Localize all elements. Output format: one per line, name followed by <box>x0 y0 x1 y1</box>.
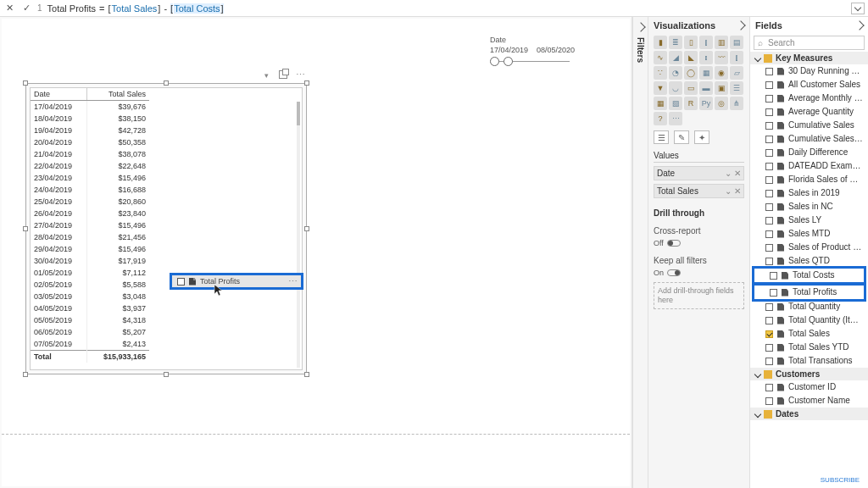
formula-text[interactable]: Total Profits = Total Sales - Total Cost… <box>47 3 224 14</box>
field-item[interactable]: Total Sales YTD <box>750 341 868 354</box>
checkbox-icon[interactable] <box>765 358 773 365</box>
checkbox-icon[interactable] <box>765 330 773 338</box>
viz-map-icon[interactable]: ◉ <box>715 66 728 80</box>
viz-decomp-icon[interactable]: ⋔ <box>730 97 743 110</box>
table-customers[interactable]: Customers <box>750 368 868 380</box>
analytics-tab-icon[interactable]: ✦ <box>694 130 709 144</box>
resize-handle[interactable] <box>164 372 169 377</box>
field-item[interactable]: Total Quantity (Iteration) <box>750 313 868 327</box>
checkbox-icon[interactable] <box>765 230 773 238</box>
viz-donut-icon[interactable]: ◯ <box>684 66 698 80</box>
field-item[interactable]: Florida Sales of Product 2 ... <box>750 173 868 186</box>
slicer-handle-end[interactable] <box>504 57 513 66</box>
field-item[interactable]: 30 Day Running Total <box>750 64 868 78</box>
focus-mode-icon[interactable] <box>277 69 289 80</box>
viz-clustered-col-icon[interactable]: ⫿ <box>699 36 713 49</box>
field-item[interactable]: Cumulative Sales <box>750 119 868 132</box>
chevron-down-icon[interactable]: ⌄ <box>725 169 732 178</box>
field-item[interactable]: Sales in NC <box>750 200 868 214</box>
viz-multicard-icon[interactable]: ▬ <box>699 81 713 95</box>
viz-pie-icon[interactable]: ◔ <box>669 66 682 80</box>
field-item[interactable]: Customer Name <box>750 394 868 408</box>
checkbox-icon[interactable] <box>770 272 777 280</box>
checkbox-icon[interactable] <box>765 136 773 143</box>
checkbox-icon[interactable] <box>765 317 773 324</box>
chevron-right-icon[interactable] <box>854 20 864 30</box>
format-tab-icon[interactable]: ✎ <box>674 130 689 144</box>
field-item[interactable]: Sales of Product 100 <box>750 241 868 254</box>
resize-handle[interactable] <box>23 80 28 86</box>
viz-stacked-area-icon[interactable]: ◣ <box>684 51 698 64</box>
viz-table-icon[interactable]: ▦ <box>654 97 667 110</box>
viz-slicer-icon[interactable]: ☰ <box>730 81 743 95</box>
viz-100-col-icon[interactable]: ▤ <box>730 36 743 49</box>
viz-scatter-icon[interactable]: ∵ <box>654 66 667 80</box>
chevron-right-icon[interactable] <box>736 20 745 30</box>
field-item[interactable]: Total Transations <box>750 354 868 368</box>
more-options-icon[interactable] <box>294 69 306 80</box>
field-item[interactable]: Sales in 2019 <box>750 186 868 200</box>
viz-python-icon[interactable]: Py <box>699 97 713 110</box>
field-item[interactable]: DATEADD Example <box>750 159 868 173</box>
checkbox-icon[interactable] <box>765 81 773 89</box>
checkbox-icon[interactable] <box>770 289 777 297</box>
checkbox-icon[interactable] <box>765 163 773 170</box>
table-dates[interactable]: Dates <box>750 408 868 420</box>
field-item[interactable]: Sales MTD <box>750 227 868 241</box>
checkbox-icon[interactable] <box>765 384 773 391</box>
table-key-measures[interactable]: Key Measures <box>750 52 868 64</box>
viz-keyinf-icon[interactable]: ◎ <box>715 97 728 110</box>
field-item[interactable]: Total Profits <box>752 283 866 302</box>
checkbox-icon[interactable] <box>765 176 773 184</box>
viz-ribbon-icon[interactable]: 〰 <box>715 51 728 64</box>
checkbox-icon[interactable] <box>765 258 773 265</box>
cross-report-toggle[interactable] <box>667 240 681 247</box>
date-slicer[interactable]: Date 17/04/2019 08/05/2020 <box>490 36 575 68</box>
filter-icon[interactable] <box>260 69 272 80</box>
keep-filters-toggle[interactable] <box>667 269 681 276</box>
resize-handle[interactable] <box>304 226 309 231</box>
viz-matrix-icon[interactable]: ▧ <box>669 97 682 110</box>
viz-funnel-icon[interactable]: ▼ <box>654 81 667 95</box>
field-item[interactable]: Daily Difference <box>750 146 868 159</box>
checkbox-icon[interactable] <box>765 344 773 352</box>
checkbox-icon[interactable] <box>765 108 773 116</box>
fields-tab-icon[interactable]: ☰ <box>654 130 669 144</box>
cancel-icon[interactable]: ✕ <box>3 3 15 14</box>
table-visual[interactable]: Date Total Sales 17/04/2019$39,67618/04/… <box>25 83 307 374</box>
col-header-date[interactable]: Date <box>31 88 87 101</box>
viz-r-icon[interactable]: R <box>684 97 698 110</box>
viz-line-col-icon[interactable]: ⫾ <box>699 51 713 64</box>
filters-pane-collapsed[interactable]: Filters <box>632 17 648 488</box>
checkbox-icon[interactable] <box>765 203 773 211</box>
checkbox-icon[interactable] <box>765 149 773 157</box>
viz-100-bar-icon[interactable]: ▥ <box>715 36 728 49</box>
viz-treemap-icon[interactable]: ▦ <box>699 66 713 80</box>
drill-dropzone[interactable]: Add drill-through fields here <box>654 282 744 309</box>
resize-handle[interactable] <box>23 226 28 231</box>
viz-filled-map-icon[interactable]: ▱ <box>730 66 743 80</box>
viz-area-icon[interactable]: ◢ <box>669 51 682 64</box>
resize-handle[interactable] <box>23 372 28 377</box>
viz-card-icon[interactable]: ▭ <box>684 81 698 95</box>
checkbox-icon[interactable] <box>765 397 773 405</box>
viz-gauge-icon[interactable]: ◡ <box>669 81 682 95</box>
chevron-down-icon[interactable]: ⌄ <box>725 186 732 196</box>
viz-qna-icon[interactable]: ? <box>654 112 667 125</box>
viz-line-icon[interactable]: ∿ <box>654 51 667 64</box>
drag-ghost-total-profits[interactable]: Total Profits <box>170 273 303 290</box>
resize-handle[interactable] <box>164 80 169 86</box>
report-canvas[interactable]: Date 17/04/2019 08/05/2020 <box>0 17 632 488</box>
resize-handle[interactable] <box>304 372 309 377</box>
checkbox-icon[interactable] <box>765 95 773 103</box>
commit-icon[interactable]: ✓ <box>20 3 32 14</box>
col-header-sales[interactable]: Total Sales <box>87 88 149 101</box>
field-item[interactable]: Cumulative Sales LY <box>750 132 868 146</box>
resize-handle[interactable] <box>304 80 309 86</box>
checkbox-icon[interactable] <box>765 190 773 197</box>
viz-waterfall-icon[interactable]: ⫿ <box>730 51 743 64</box>
field-item[interactable]: Total Costs <box>752 266 866 285</box>
field-item[interactable]: Average Quantity <box>750 105 868 119</box>
values-well-sales[interactable]: Total Sales ⌄✕ <box>654 184 744 198</box>
field-item[interactable]: Customer ID <box>750 380 868 394</box>
